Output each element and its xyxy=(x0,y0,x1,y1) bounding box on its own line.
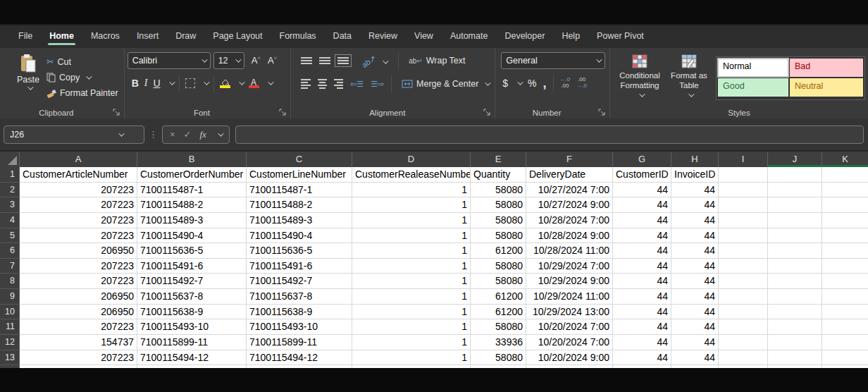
cell-H2[interactable]: 44 xyxy=(671,183,719,198)
cell-I2[interactable] xyxy=(719,183,768,198)
cell-A13[interactable]: 207223 xyxy=(20,350,137,366)
cell-H9[interactable]: 44 xyxy=(671,289,719,305)
grow-font-button[interactable]: A˄ xyxy=(252,55,261,66)
borders-button[interactable] xyxy=(185,78,195,88)
name-box-chevron-icon[interactable] xyxy=(118,130,124,136)
align-center-button[interactable] xyxy=(318,79,327,89)
tab-macros[interactable]: Macros xyxy=(82,26,128,47)
cell-K8[interactable] xyxy=(822,274,868,289)
percent-format-button[interactable]: % xyxy=(528,78,536,89)
cell-G5[interactable]: 44 xyxy=(613,228,671,244)
cell-J2[interactable] xyxy=(768,183,822,198)
cell-C6[interactable]: 7100115636-5 xyxy=(247,243,352,259)
cell-D8[interactable]: 1 xyxy=(352,274,471,289)
cell-E5[interactable]: 58080 xyxy=(471,228,526,244)
tab-developer[interactable]: Developer xyxy=(496,26,553,47)
column-header-A[interactable]: A xyxy=(20,152,137,167)
cell-E4[interactable]: 58080 xyxy=(471,213,526,228)
column-header-F[interactable]: F xyxy=(526,152,613,167)
tab-view[interactable]: View xyxy=(406,26,442,47)
row-header-5[interactable]: 5 xyxy=(0,228,20,244)
cell-F12[interactable]: 10/20/2024 7:00 xyxy=(526,335,613,350)
cell-F11[interactable]: 10/20/2024 7:00 xyxy=(526,319,613,335)
font-name-combo[interactable]: Calibri xyxy=(128,52,211,69)
cell-C10[interactable]: 7100115638-9 xyxy=(247,305,352,320)
cell-A5[interactable]: 207223 xyxy=(20,228,137,244)
cell-F1[interactable]: DeliveryDate xyxy=(526,167,613,183)
style-cell-normal[interactable]: Normal xyxy=(718,59,788,77)
tab-power-pivot[interactable]: Power Pivot xyxy=(588,26,652,47)
row-header-3[interactable]: 3 xyxy=(0,197,20,213)
cell-E12[interactable]: 33936 xyxy=(471,335,526,350)
cell-B10[interactable]: 7100115638-9 xyxy=(137,305,247,320)
orientation-button[interactable]: ab↗ xyxy=(361,54,387,67)
column-header-G[interactable]: G xyxy=(613,152,671,167)
search-box-remnant[interactable] xyxy=(531,5,745,20)
row-header-14[interactable]: 14 xyxy=(0,365,20,381)
cell-J5[interactable] xyxy=(768,228,822,244)
cell-F8[interactable]: 10/29/2024 9:00 xyxy=(526,274,613,289)
cell-C3[interactable]: 7100115488-2 xyxy=(247,197,352,213)
column-header-J[interactable]: J xyxy=(768,152,822,167)
cell-B13[interactable]: 7100115494-12 xyxy=(137,350,247,366)
row-header-4[interactable]: 4 xyxy=(0,213,20,228)
cell-I9[interactable] xyxy=(719,289,768,305)
confirm-entry-icon[interactable]: ✓ xyxy=(184,129,192,140)
fx-chevron-icon[interactable] xyxy=(218,130,223,136)
cell-C12[interactable]: 7100115899-11 xyxy=(247,335,352,350)
cell-G11[interactable]: 44 xyxy=(613,319,671,335)
cell-C2[interactable]: 7100115487-1 xyxy=(247,183,352,198)
cell-G7[interactable]: 44 xyxy=(613,259,671,274)
cell-G4[interactable]: 44 xyxy=(613,213,671,228)
tab-draw[interactable]: Draw xyxy=(167,26,204,47)
cell-K11[interactable] xyxy=(822,319,868,335)
cell-D6[interactable]: 1 xyxy=(352,243,471,259)
cell-F3[interactable]: 10/27/2024 9:00 xyxy=(526,197,613,213)
name-box[interactable] xyxy=(4,125,144,144)
column-header-C[interactable]: C xyxy=(247,152,352,167)
cell-H8[interactable]: 44 xyxy=(671,274,719,289)
cell-C13[interactable]: 7100115494-12 xyxy=(247,350,352,366)
cell-E7[interactable]: 58080 xyxy=(471,259,526,274)
cell-E6[interactable]: 61200 xyxy=(471,243,526,259)
row-header-8[interactable]: 8 xyxy=(0,274,20,289)
row-header-10[interactable]: 10 xyxy=(0,305,20,320)
cut-button[interactable]: ✂ Cut xyxy=(44,55,121,68)
cell-K7[interactable] xyxy=(822,259,868,274)
cell-G8[interactable]: 44 xyxy=(613,274,671,289)
cell-H11[interactable]: 44 xyxy=(671,319,719,335)
row-header-9[interactable]: 9 xyxy=(0,289,20,305)
font-size-combo[interactable]: 12 xyxy=(213,52,244,69)
cell-I6[interactable] xyxy=(719,243,768,259)
cell-B9[interactable]: 7100115637-8 xyxy=(137,289,247,305)
cell-F14[interactable]: 10/20/2024 9:00 xyxy=(526,365,613,381)
clipboard-dialog-launcher-icon[interactable] xyxy=(113,109,120,116)
cell-G10[interactable]: 44 xyxy=(613,305,671,320)
cell-G12[interactable]: 44 xyxy=(613,335,671,350)
name-box-input[interactable] xyxy=(10,130,116,140)
cell-F7[interactable]: 10/29/2024 7:00 xyxy=(526,259,613,274)
tab-home[interactable]: Home xyxy=(41,26,82,47)
row-header-12[interactable]: 12 xyxy=(0,335,20,350)
currency-chevron-icon[interactable] xyxy=(517,79,523,85)
cell-J13[interactable] xyxy=(768,350,822,366)
cell-F9[interactable]: 10/29/2024 11:00 xyxy=(526,289,613,305)
format-painter-button[interactable]: Format Painter xyxy=(44,87,121,99)
cell-K2[interactable] xyxy=(822,183,868,198)
cell-G9[interactable]: 44 xyxy=(613,289,671,305)
cell-A8[interactable]: 207223 xyxy=(20,274,137,289)
cell-H3[interactable]: 44 xyxy=(671,197,719,213)
cell-H5[interactable]: 44 xyxy=(671,228,719,244)
cell-J11[interactable] xyxy=(768,319,822,335)
column-header-D[interactable]: D xyxy=(352,152,471,167)
row-header-13[interactable]: 13 xyxy=(0,350,20,366)
cell-D3[interactable]: 1 xyxy=(352,197,471,213)
formula-input[interactable] xyxy=(235,125,864,144)
format-as-table-button[interactable]: Format as Table xyxy=(666,54,712,106)
cell-J14[interactable] xyxy=(768,365,822,381)
style-cell-bad[interactable]: Bad xyxy=(790,59,863,77)
paste-button[interactable]: Paste xyxy=(17,54,39,106)
cell-B1[interactable]: CustomerOrderNumber xyxy=(137,167,247,183)
cell-K9[interactable] xyxy=(822,289,868,305)
cell-I13[interactable] xyxy=(719,350,768,366)
